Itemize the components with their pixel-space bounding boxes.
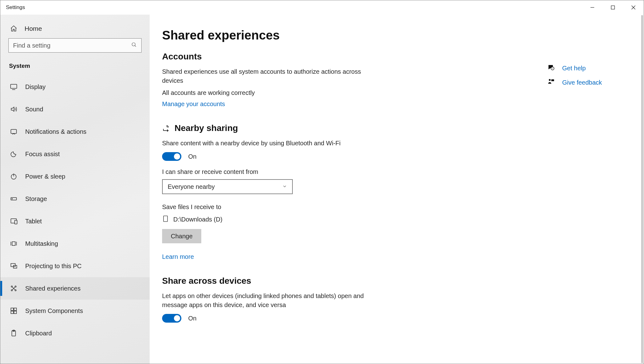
display-icon — [10, 83, 18, 91]
titlebar: Settings — [0, 0, 644, 15]
nav-label: Tablet — [25, 218, 42, 225]
nearby-heading: Nearby sharing — [162, 123, 511, 133]
save-path: D:\Downloads (D) — [173, 216, 222, 223]
nav-label: Sound — [25, 106, 43, 113]
chevron-down-icon — [282, 183, 287, 190]
storage-icon — [10, 195, 18, 203]
nav-label: Shared experiences — [25, 285, 81, 292]
folder-icon — [162, 214, 169, 225]
save-folder-row: D:\Downloads (D) — [162, 214, 511, 225]
nav-label: Focus assist — [25, 151, 60, 158]
manage-accounts-link[interactable]: Manage your accounts — [162, 100, 225, 108]
share-across-section: Share across devices Let apps on other d… — [162, 276, 511, 323]
sidebar-item-multitasking[interactable]: Multitasking — [0, 232, 150, 255]
home-label: Home — [25, 25, 42, 32]
sidebar: Home System Display Sound Notifications … — [0, 15, 150, 364]
sidebar-item-focus-assist[interactable]: Focus assist — [0, 143, 150, 165]
svg-point-22 — [11, 290, 12, 291]
svg-rect-26 — [11, 311, 13, 314]
accounts-heading: Accounts — [162, 52, 511, 62]
svg-rect-16 — [12, 242, 15, 245]
shared-experiences-icon — [10, 284, 18, 292]
sidebar-item-notifications[interactable]: Notifications & actions — [0, 120, 150, 143]
share-across-toggle[interactable] — [162, 314, 181, 323]
nearby-toggle-label: On — [188, 153, 197, 160]
svg-rect-8 — [11, 129, 16, 133]
learn-more-link[interactable]: Learn more — [162, 253, 194, 260]
nav-label: System Components — [25, 307, 83, 315]
accounts-status: All accounts are working correctly — [162, 88, 374, 97]
nearby-toggle[interactable] — [162, 152, 181, 161]
nearby-share-icon — [162, 124, 170, 132]
nav-label: Notifications & actions — [25, 128, 86, 135]
svg-text:?: ? — [552, 68, 553, 70]
svg-line-5 — [135, 45, 136, 47]
maximize-button[interactable] — [603, 0, 623, 15]
nav-label: Power & sleep — [25, 173, 65, 180]
save-to-label: Save files I receive to — [162, 203, 511, 211]
svg-point-4 — [132, 43, 135, 46]
get-help-link[interactable]: Get help — [562, 65, 586, 72]
sidebar-item-display[interactable]: Display — [0, 76, 150, 98]
window-title: Settings — [0, 4, 25, 11]
nav-label: Multitasking — [25, 240, 58, 247]
svg-point-20 — [11, 286, 12, 287]
search-icon — [131, 42, 137, 49]
vertical-scrollbar[interactable] — [641, 15, 643, 363]
aside-panel: ? Get help Give feedback — [547, 64, 625, 92]
svg-rect-18 — [11, 264, 15, 267]
multitasking-icon — [10, 240, 18, 248]
close-button[interactable] — [623, 0, 644, 15]
svg-rect-30 — [164, 216, 168, 222]
nav-label: Clipboard — [25, 330, 52, 337]
change-button[interactable]: Change — [162, 229, 201, 243]
sidebar-item-system-components[interactable]: System Components — [0, 300, 150, 322]
focus-assist-icon — [10, 150, 18, 158]
minimize-button[interactable] — [582, 0, 603, 15]
svg-point-12 — [12, 198, 12, 199]
svg-point-21 — [15, 286, 16, 287]
nearby-sharing-section: Nearby sharing Share content with a near… — [162, 123, 511, 260]
sidebar-item-clipboard[interactable]: Clipboard — [0, 322, 150, 344]
settings-window: Settings Home System Display — [0, 0, 644, 364]
nav-label: Projecting to this PC — [25, 263, 82, 270]
projecting-icon — [10, 262, 18, 270]
nav-label: Display — [25, 83, 46, 91]
give-feedback-link[interactable]: Give feedback — [562, 79, 602, 86]
sidebar-item-tablet[interactable]: Tablet — [0, 210, 150, 232]
search-input[interactable] — [13, 42, 137, 49]
accounts-desc: Shared experiences use all system accoun… — [162, 67, 374, 85]
svg-rect-34 — [551, 79, 554, 81]
svg-rect-25 — [14, 308, 16, 310]
svg-rect-14 — [15, 220, 17, 224]
search-input-container[interactable] — [8, 38, 142, 53]
give-feedback-row[interactable]: Give feedback — [547, 78, 625, 87]
home-icon — [10, 25, 18, 33]
sidebar-item-projecting[interactable]: Projecting to this PC — [0, 255, 150, 277]
sidebar-item-sound[interactable]: Sound — [0, 98, 150, 120]
tablet-icon — [10, 217, 18, 225]
receive-from-dropdown[interactable]: Everyone nearby — [162, 179, 293, 194]
power-icon — [10, 172, 18, 180]
receive-from-label: I can share or receive content from — [162, 168, 511, 175]
sidebar-item-power-sleep[interactable]: Power & sleep — [0, 165, 150, 188]
home-nav[interactable]: Home — [0, 19, 150, 38]
page-title: Shared experiences — [162, 28, 511, 42]
nav-label: Storage — [25, 195, 47, 203]
main-panel: Shared experiences Accounts Shared exper… — [150, 28, 511, 364]
help-icon: ? — [547, 64, 555, 72]
feedback-icon — [547, 78, 555, 87]
share-across-desc: Let apps on other devices (including lin… — [162, 292, 374, 310]
svg-rect-6 — [11, 84, 17, 88]
notifications-icon — [10, 128, 18, 136]
share-across-toggle-label: On — [188, 315, 197, 322]
share-across-heading: Share across devices — [162, 276, 511, 286]
content-area: Shared experiences Accounts Shared exper… — [150, 15, 644, 364]
svg-rect-27 — [14, 311, 16, 314]
clipboard-icon — [10, 329, 18, 337]
sidebar-item-shared-experiences[interactable]: Shared experiences — [0, 277, 150, 300]
system-components-icon — [10, 307, 18, 315]
svg-rect-24 — [11, 308, 13, 310]
get-help-row[interactable]: ? Get help — [547, 64, 625, 72]
sidebar-item-storage[interactable]: Storage — [0, 188, 150, 210]
